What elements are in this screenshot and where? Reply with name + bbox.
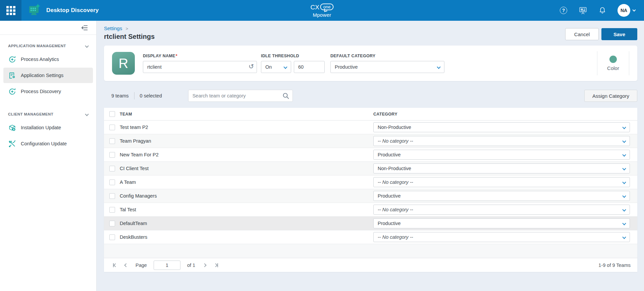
team-name: Config Managers [120, 193, 373, 199]
table-row[interactable]: Team Pragyan -- No category -- [104, 134, 637, 148]
table-row[interactable]: DefaultTeam Productive [104, 217, 637, 230]
chevron-down-icon [622, 194, 626, 198]
sidebar-item-installation-update[interactable]: Installation Update [3, 120, 93, 135]
search-input[interactable] [188, 90, 293, 102]
category-select[interactable]: -- No category -- [373, 232, 630, 242]
divider [134, 92, 135, 99]
logo-one-bubble: one [320, 4, 334, 10]
select-all-checkbox[interactable] [109, 111, 115, 117]
installation-update-icon [8, 124, 16, 132]
presentation-icon [579, 6, 587, 15]
color-swatch[interactable] [609, 56, 617, 63]
sidebar-item-process-analytics[interactable]: Process Analytics [3, 52, 93, 67]
default-category-group: DEFAULT CATEGORY Productive [330, 54, 444, 73]
category-select[interactable]: Productive [373, 191, 630, 201]
category-select[interactable]: Non-Productive [373, 122, 630, 132]
team-name: CI Client Test [120, 166, 373, 171]
app-title: Desktop Discovery [46, 7, 99, 14]
row-checkbox[interactable] [109, 193, 115, 199]
teams-table: TEAM CATEGORY Test team P2 Non-Productiv… [104, 108, 637, 272]
row-checkbox[interactable] [109, 125, 115, 130]
process-analytics-icon [8, 55, 16, 63]
team-name: Team Pragyan [120, 138, 373, 144]
cancel-button[interactable]: Cancel [565, 28, 599, 40]
chevron-down-icon [622, 221, 626, 225]
table-header: TEAM CATEGORY [104, 108, 637, 121]
row-checkbox[interactable] [109, 207, 115, 213]
idle-threshold-group: IDLE THRESHOLD On [261, 54, 325, 73]
chevron-down-icon [283, 65, 287, 69]
page-title: rtclient Settings [104, 33, 155, 41]
collapse-sidebar-icon[interactable] [81, 24, 88, 31]
category-select[interactable]: -- No category -- [373, 177, 630, 187]
assign-category-button[interactable]: Assign Category [584, 90, 637, 102]
category-select[interactable]: Non-Productive [373, 163, 630, 173]
next-page-button[interactable] [201, 261, 209, 269]
chevron-down-icon [622, 235, 626, 239]
row-checkbox[interactable] [109, 179, 115, 185]
bell-icon [598, 6, 606, 14]
reset-icon[interactable]: ↺ [249, 63, 254, 70]
row-checkbox[interactable] [109, 166, 115, 171]
category-select[interactable]: Productive [373, 218, 630, 228]
help-button[interactable]: ? [559, 6, 568, 15]
process-discovery-icon [8, 87, 16, 95]
notifications-button[interactable] [598, 6, 607, 15]
row-checkbox[interactable] [109, 234, 115, 240]
last-page-button[interactable] [212, 261, 220, 269]
application-settings-icon [8, 71, 16, 79]
sidebar-section-client-management[interactable]: CLIENT MANAGEMENT [0, 109, 96, 119]
table-body: Test team P2 Non-Productive Team Pragyan… [104, 121, 637, 244]
search-icon [282, 92, 289, 99]
idle-threshold-toggle-select[interactable]: On [261, 61, 291, 73]
sidebar-item-application-settings[interactable]: Application Settings [3, 68, 93, 83]
team-name: DeskBusters [120, 234, 373, 240]
pagination-range: 1-9 of 9 Teams [598, 263, 631, 268]
table-row[interactable]: Test team P2 Non-Productive [104, 121, 637, 134]
color-label: Color [607, 65, 619, 71]
category-select[interactable]: Productive [373, 150, 630, 160]
chevron-down-icon [622, 180, 626, 184]
configuration-update-icon [8, 140, 16, 148]
idle-threshold-label: IDLE THRESHOLD [261, 54, 325, 58]
desktop-discovery-app: Desktop Discovery CX one Mpower ? [0, 0, 644, 291]
application-settings-form: R DISPLAY NAME* ↺ IDLE THRESHOLD [104, 46, 637, 81]
category-select[interactable]: -- No category -- [373, 205, 630, 215]
default-category-select[interactable]: Productive [330, 61, 444, 73]
table-row[interactable]: A Team -- No category -- [104, 175, 637, 189]
breadcrumb-separator: > [125, 26, 128, 31]
table-row[interactable]: Config Managers Productive [104, 189, 637, 203]
team-name: New Team For P2 [120, 152, 373, 157]
app-switcher-button[interactable] [0, 0, 21, 21]
row-checkbox[interactable] [109, 152, 115, 158]
page-number-input[interactable] [154, 261, 180, 270]
idle-threshold-seconds-input[interactable] [294, 61, 325, 73]
previous-page-button[interactable] [122, 261, 130, 269]
user-menu[interactable]: NA [618, 4, 635, 17]
sidebar-item-process-discovery[interactable]: Process Discovery [3, 84, 93, 99]
row-checkbox[interactable] [109, 221, 115, 226]
table-row[interactable]: Tal Test -- No category -- [104, 203, 637, 217]
team-name: Test team P2 [120, 125, 373, 130]
first-page-button[interactable] [111, 261, 119, 269]
user-avatar[interactable]: NA [618, 4, 630, 17]
sidebar-item-configuration-update[interactable]: Configuration Update [3, 136, 93, 151]
breadcrumb-settings-link[interactable]: Settings [104, 25, 122, 31]
table-row[interactable]: CI Client Test Non-Productive [104, 162, 637, 175]
chevron-down-icon [622, 153, 626, 156]
save-button[interactable]: Save [601, 28, 637, 40]
table-row[interactable]: New Team For P2 Productive [104, 148, 637, 162]
sidebar-section-application-management[interactable]: APPLICATION MANAGEMENT [0, 41, 96, 51]
row-checkbox[interactable] [109, 138, 115, 144]
display-name-input[interactable] [143, 61, 257, 73]
display-name-label: DISPLAY NAME [143, 54, 175, 58]
color-picker: Color [597, 51, 629, 75]
category-select[interactable]: -- No category -- [373, 136, 630, 146]
logo-mpower-text: Mpower [310, 12, 333, 17]
chevron-down-icon [85, 44, 89, 48]
display-name-group: DISPLAY NAME* ↺ [143, 54, 257, 73]
team-name: Tal Test [120, 207, 373, 212]
team-name: A Team [120, 179, 373, 185]
table-row[interactable]: DeskBusters -- No category -- [104, 230, 637, 244]
presentation-button[interactable] [579, 6, 587, 15]
